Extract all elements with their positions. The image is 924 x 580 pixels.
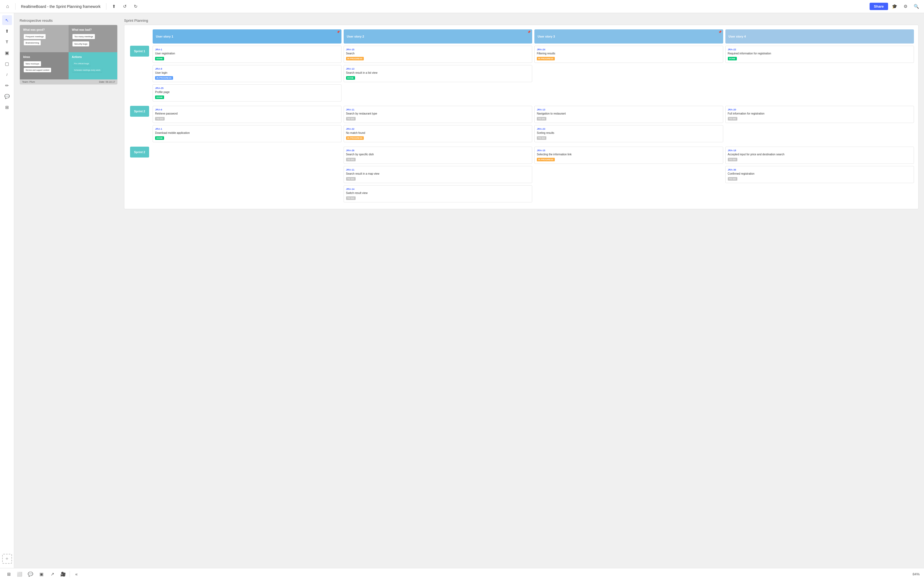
filter-button[interactable]: ⚙ xyxy=(901,2,910,11)
sprint-header-row: User story 1 📌 User story 2 📌 User story… xyxy=(129,30,914,43)
retrospective-section: Retrospective results What was good? Fre… xyxy=(20,18,117,563)
grid-view-button[interactable]: ⊞ xyxy=(4,570,13,578)
user-story-3[interactable]: User story 3 📌 xyxy=(534,30,723,43)
sprint1-row2: JRA-8 User login IN PROGRESS JRA-13 Sear… xyxy=(129,65,914,82)
avatar-button[interactable]: 🎓 xyxy=(890,2,899,11)
jira-profile-page[interactable]: JRA-25 Profile page DONE xyxy=(153,84,341,102)
sprint1-label: Sprint 1 xyxy=(130,46,149,57)
marker-tool[interactable]: ✏ xyxy=(2,81,12,90)
user-story-4[interactable]: User story 4 xyxy=(725,30,914,43)
add-tool-button[interactable]: + xyxy=(2,554,12,564)
sticky-fix-bugs[interactable]: Fix critical bugs xyxy=(72,61,91,66)
video-button[interactable]: 🎥 xyxy=(59,570,68,578)
jira-no-match-found[interactable]: JRA-22 No match found IN PROGRESS xyxy=(344,125,532,142)
pen-tool[interactable]: / xyxy=(2,70,12,79)
sticky-new-mockups[interactable]: New mockups xyxy=(24,61,41,66)
jira-user-login[interactable]: JRA-8 User login IN PROGRESS xyxy=(153,65,341,82)
zoom-level: 84% xyxy=(912,572,920,576)
external-link-button[interactable]: ↗ xyxy=(48,570,57,578)
retro-good-stickies: Frequent meetings Brainstorming xyxy=(23,33,65,46)
sticky-tool[interactable]: ▣ xyxy=(2,48,12,58)
user-story-3-pin: 📌 xyxy=(718,30,721,33)
topbar-right: Share 🎓 ⚙ 🔍 xyxy=(870,2,921,11)
jira-sorting-results[interactable]: JRA-23 Sorting results TO DO xyxy=(534,125,723,142)
user-story-2-label: User story 2 xyxy=(347,35,364,38)
jira-search[interactable]: JRA-15 Search IN PROGRESS xyxy=(344,46,532,63)
jira-full-info-registration[interactable]: JRA-20 Full information for registration… xyxy=(725,106,914,123)
retro-cell-bad: What was bad? Too many meetings Security… xyxy=(69,25,117,52)
user-story-1-pin: 📌 xyxy=(336,30,340,33)
sprint2-row2: JRA-1 Download mobile application DONE J… xyxy=(129,125,914,142)
jira-search-restaurant-type[interactable]: JRA-11 Search by restaurant type TO DO xyxy=(344,106,532,123)
retro-cell-good: What was good? Frequent meetings Brainst… xyxy=(20,25,69,52)
sticky-schedule-meetings[interactable]: Schedule meetings every week xyxy=(72,68,102,72)
jira-selecting-info-link[interactable]: JRA-15 Selecting the information link IN… xyxy=(534,147,723,164)
search-button[interactable]: 🔍 xyxy=(912,2,921,11)
jira-search-specific-dish[interactable]: JRA-26 Search by specific dish TO DO xyxy=(344,147,532,164)
jira-accepted-input[interactable]: JRA-18 Accepted input for price and dest… xyxy=(725,147,914,164)
screen-view-button[interactable]: ⬜ xyxy=(15,570,24,578)
retro-actions-stickies: Fix critical bugs Schedule meetings ever… xyxy=(72,61,114,72)
document-title: RealtimeBoard - the Sprint Planning fram… xyxy=(19,4,103,9)
jira-user-registration[interactable]: JRA-1 User registration DONE xyxy=(153,46,341,63)
sticky-frequent-meetings[interactable]: Frequent meetings xyxy=(24,34,46,39)
sprint2-row1: Sprint 2 JRA-6 Retrieve password TO DO J… xyxy=(129,106,914,123)
sticky-service-support[interactable]: Service and support content xyxy=(24,68,51,72)
retro-bad-title: What was bad? xyxy=(72,28,114,31)
cursor-tool[interactable]: ↖ xyxy=(2,15,12,25)
jira-switch-result-view[interactable]: JRA-14 Switch result view TO DO xyxy=(344,185,532,203)
sprint-board: User story 1 📌 User story 2 📌 User story… xyxy=(124,25,919,209)
retro-date: Date: 09.10.17 xyxy=(99,81,115,83)
sticky-too-many-meetings[interactable]: Too many meetings xyxy=(72,34,95,39)
presentation-button[interactable]: ▣ xyxy=(37,570,46,578)
comment-tool[interactable]: 💬 xyxy=(2,91,12,101)
jira-filtering-results[interactable]: JRA-24 Filtering results IN PROGRESS xyxy=(534,46,723,63)
redo-button[interactable]: ↻ xyxy=(132,2,140,11)
user-story-1[interactable]: User story 1 📌 xyxy=(153,30,341,43)
sprint2b-label-cell: Sprint 2 xyxy=(129,147,150,158)
user-story-4-label: User story 4 xyxy=(729,35,746,38)
sprint1-row3: JRA-25 Profile page DONE xyxy=(129,84,914,102)
retro-ideas-stickies: New mockups Service and support content xyxy=(23,61,65,73)
sticky-security-bugs[interactable]: Security bugs xyxy=(72,41,89,46)
jira-confirmed-registration[interactable]: JRA-36 Confirmed registration TO DO xyxy=(725,166,914,183)
topbar: ⌂ RealtimeBoard - the Sprint Planning fr… xyxy=(0,0,924,13)
text-tool[interactable]: T xyxy=(2,37,12,47)
sticky-brainstorming[interactable]: Brainstorming xyxy=(24,40,41,45)
jira-download-mobile[interactable]: JRA-1 Download mobile application DONE xyxy=(153,125,341,142)
jira-navigation-restaurant[interactable]: JRA-13 Navigation to restaurant TO DO xyxy=(534,106,723,123)
retro-board: What was good? Frequent meetings Brainst… xyxy=(20,25,117,85)
jira-search-list-view[interactable]: JRA-13 Search result in a list view DONE xyxy=(344,65,532,82)
canvas: Retrospective results What was good? Fre… xyxy=(14,13,924,568)
upload-tool[interactable]: ⬆ xyxy=(2,26,12,36)
sprint2b-row2: JRA-11 Search result in a map view TO DO… xyxy=(129,166,914,183)
chat-button[interactable]: 💬 xyxy=(26,570,35,578)
undo-button[interactable]: ↺ xyxy=(120,2,129,11)
retro-cell-ideas: Ideas New mockups Service and support co… xyxy=(20,52,69,79)
share-button[interactable]: Share xyxy=(870,3,888,10)
user-story-2[interactable]: User story 2 📌 xyxy=(344,30,532,43)
jira-required-info[interactable]: JRA-22 Required information for registra… xyxy=(725,46,914,63)
jira-retrieve-password[interactable]: JRA-6 Retrieve password TO DO xyxy=(153,106,341,123)
sprint2b-row3: JRA-14 Switch result view TO DO xyxy=(129,185,914,203)
bottom-bar: ⊞ ⬜ 💬 ▣ ↗ 🎥 « 84% xyxy=(0,568,924,580)
retro-grid: What was good? Frequent meetings Brainst… xyxy=(20,25,117,84)
grid-tool[interactable]: ⊞ xyxy=(2,102,12,112)
collapse-button[interactable]: « xyxy=(72,570,81,578)
user-story-2-pin: 📌 xyxy=(527,30,530,33)
sprint2b-label: Sprint 2 xyxy=(130,147,149,158)
retro-team: Team: Plum xyxy=(22,81,35,83)
sprint-planning-section: Sprint Planning User story 1 📌 User stor… xyxy=(124,18,919,563)
home-button[interactable]: ⌂ xyxy=(3,2,12,11)
retro-cell-actions: Actions Fix critical bugs Schedule meeti… xyxy=(69,52,117,79)
retro-bad-stickies: Too many meetings Security bugs xyxy=(72,33,114,47)
sprint-label: Sprint Planning xyxy=(124,18,919,23)
main-area: ↖ ⬆ T ▣ ▢ / ✏ 💬 ⊞ + Retrospective result… xyxy=(0,13,924,568)
jira-search-map-view[interactable]: JRA-11 Search result in a map view TO DO xyxy=(344,166,532,183)
frame-tool[interactable]: ▢ xyxy=(2,59,12,69)
retro-actions-title: Actions xyxy=(72,56,114,58)
retro-footer: Team: Plum Date: 09.10.17 xyxy=(20,79,117,84)
upload-button[interactable]: ⬆ xyxy=(110,2,119,11)
sprint1-label-cell: Sprint 1 xyxy=(129,46,150,57)
retro-ideas-title: Ideas xyxy=(23,56,65,58)
